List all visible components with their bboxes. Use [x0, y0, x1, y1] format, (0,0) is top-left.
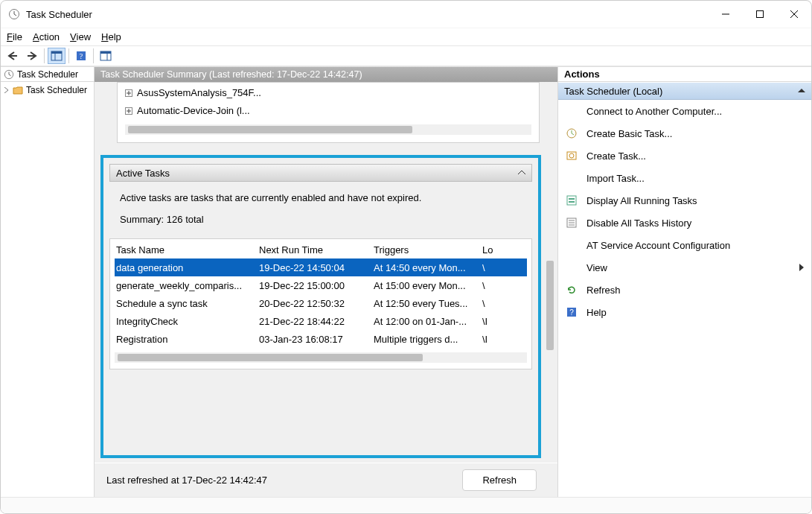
- blank-icon: [566, 105, 578, 117]
- column-header[interactable]: Lo: [481, 244, 494, 256]
- menu-file[interactable]: File: [7, 31, 22, 42]
- toolbar: ?: [1, 45, 811, 66]
- svg-text:?: ?: [80, 52, 83, 60]
- action-label: Import Task...: [586, 173, 645, 184]
- nav-tree-pane: Task Scheduler Task Scheduler: [1, 67, 95, 497]
- table-cell: generate_weekly_comparis...: [115, 280, 258, 291]
- action-item[interactable]: Create Task...: [558, 145, 811, 167]
- table-cell: Multiple triggers d...: [372, 334, 481, 345]
- task-icon: [566, 150, 578, 162]
- menu-view[interactable]: View: [70, 31, 91, 42]
- action-item[interactable]: Disable All Tasks History: [558, 212, 811, 234]
- table-cell: Registration: [115, 334, 258, 345]
- nav-tree-root[interactable]: Task Scheduler: [2, 83, 94, 97]
- table-cell: \I: [481, 316, 494, 327]
- action-label: Create Basic Task...: [586, 128, 672, 139]
- plus-box-icon: [125, 89, 132, 97]
- table-cell: \I: [481, 334, 494, 345]
- action-item[interactable]: Refresh: [558, 279, 811, 301]
- table-cell: \: [481, 262, 494, 273]
- action-item[interactable]: View: [558, 256, 811, 279]
- column-header[interactable]: Triggers: [372, 244, 481, 256]
- refresh-button[interactable]: Refresh: [462, 469, 537, 491]
- nav-header: Task Scheduler: [1, 67, 94, 82]
- minimize-button[interactable]: [709, 2, 743, 26]
- toolbar-pane2-button[interactable]: [97, 48, 115, 64]
- center-footer: Last refreshed at 17-Dec-22 14:42:47 Ref…: [95, 463, 557, 497]
- action-item[interactable]: Create Basic Task...: [558, 122, 811, 145]
- svg-rect-10: [51, 51, 62, 54]
- toolbar-help-button[interactable]: ?: [72, 48, 90, 64]
- table-row[interactable]: IntegrityCheck21-Dec-22 18:44:22At 12:00…: [115, 312, 527, 330]
- table-cell: data generation: [115, 262, 258, 273]
- menubar: File Action View Help: [1, 28, 811, 45]
- item-label: Automatic-Device-Join (l...: [137, 102, 250, 120]
- task-folder-item[interactable]: AsusSystemAnalysis_754F...: [125, 84, 531, 102]
- menu-action[interactable]: Action: [33, 31, 60, 42]
- action-item[interactable]: ?Help: [558, 301, 811, 323]
- table-cell: 20-Dec-22 12:50:32: [258, 298, 372, 309]
- plus-box-icon: [125, 107, 132, 115]
- menu-help[interactable]: Help: [101, 31, 121, 42]
- action-label: Connect to Another Computer...: [586, 106, 722, 117]
- last-refreshed-text: Last refreshed at 17-Dec-22 14:42:47: [106, 475, 267, 486]
- table-row[interactable]: Registration03-Jan-23 16:08:17Multiple t…: [115, 330, 527, 348]
- blank-icon: [566, 261, 578, 273]
- nav-header-label: Task Scheduler: [17, 69, 78, 80]
- action-label: Disable All Tasks History: [586, 218, 691, 229]
- table-cell: At 12:00 on 01-Jan-...: [372, 316, 481, 327]
- help-icon: ?: [566, 306, 578, 318]
- center-header-text: Task Scheduler Summary (Last refreshed: …: [100, 69, 362, 80]
- action-item[interactable]: Connect to Another Computer...: [558, 100, 811, 122]
- table-row[interactable]: generate_weekly_comparis...19-Dec-22 15:…: [115, 276, 527, 294]
- table-cell: At 15:00 every Mon...: [372, 280, 481, 291]
- toolbar-pane1-button[interactable]: [48, 48, 65, 64]
- action-label: Display All Running Tasks: [586, 195, 697, 206]
- active-tasks-highlighted: Active Tasks Active tasks are tasks that…: [100, 155, 541, 458]
- center-header: Task Scheduler Summary (Last refreshed: …: [95, 67, 557, 82]
- chevron-right-icon: [799, 264, 811, 271]
- window-controls: [709, 2, 811, 26]
- active-tasks-title: Active Tasks: [116, 168, 170, 179]
- action-label: Create Task...: [586, 150, 646, 162]
- close-button[interactable]: [777, 2, 811, 26]
- active-tasks-header[interactable]: Active Tasks: [109, 164, 532, 182]
- action-item[interactable]: Import Task...: [558, 167, 811, 189]
- task-folder-item[interactable]: Automatic-Device-Join (l...: [125, 102, 531, 120]
- blank-icon: [566, 239, 578, 251]
- collapse-icon[interactable]: [518, 171, 525, 175]
- column-header[interactable]: Next Run Time: [258, 244, 372, 256]
- svg-rect-32: [569, 198, 575, 200]
- table-cell: \: [481, 298, 494, 309]
- action-item[interactable]: AT Service Account Configuration: [558, 234, 811, 256]
- action-label: AT Service Account Configuration: [586, 240, 730, 251]
- forward-button[interactable]: [23, 48, 41, 64]
- maximize-button[interactable]: [743, 2, 777, 26]
- svg-text:?: ?: [569, 308, 574, 317]
- column-header[interactable]: Task Name: [115, 244, 258, 256]
- active-tasks-summary: Summary: 126 total: [120, 214, 523, 225]
- running-icon: [566, 194, 578, 206]
- refresh-icon: [566, 284, 578, 296]
- nav-root-label: Task Scheduler: [26, 85, 87, 95]
- table-cell: 19-Dec-22 14:50:04: [258, 262, 372, 273]
- app-clock-icon: [4, 69, 14, 80]
- status-bar: [1, 497, 811, 513]
- actions-pane: Actions Task Scheduler (Local) Connect t…: [558, 67, 811, 497]
- upper-hscroll[interactable]: [125, 124, 531, 135]
- tasks-hscroll[interactable]: [115, 352, 527, 363]
- table-cell: At 14:50 every Mon...: [372, 262, 481, 273]
- svg-rect-33: [569, 201, 575, 203]
- action-label: Help: [586, 307, 607, 318]
- actions-group-header[interactable]: Task Scheduler (Local): [558, 82, 811, 100]
- center-pane: Task Scheduler Summary (Last refreshed: …: [95, 67, 558, 497]
- back-button[interactable]: [4, 48, 22, 64]
- center-scrollbar[interactable]: [544, 82, 556, 497]
- chevron-right-icon: [4, 87, 10, 93]
- table-cell: 03-Jan-23 16:08:17: [258, 334, 372, 345]
- table-cell: IntegrityCheck: [115, 316, 258, 327]
- action-item[interactable]: Display All Running Tasks: [558, 189, 811, 212]
- titlebar: Task Scheduler: [1, 1, 811, 28]
- table-row[interactable]: Schedule a sync task20-Dec-22 12:50:32At…: [115, 294, 527, 312]
- table-row[interactable]: data generation19-Dec-22 14:50:04At 14:5…: [115, 258, 527, 276]
